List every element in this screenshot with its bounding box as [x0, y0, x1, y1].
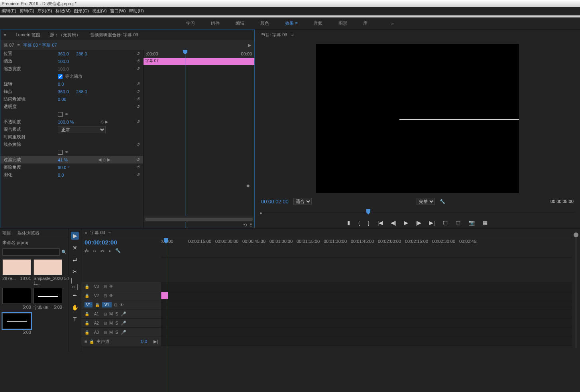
lift-icon[interactable]: ⬚: [443, 220, 448, 226]
current-time[interactable]: 00:00:02:00: [261, 199, 289, 205]
workspace-tab[interactable]: 音频: [314, 20, 322, 26]
mute-icon[interactable]: M: [109, 311, 113, 316]
keyframe-nav[interactable]: ◇ ▶: [100, 119, 108, 124]
panel-tab[interactable]: 音频剪辑混合器: 字幕 03: [90, 32, 138, 38]
sync-icon[interactable]: ⊟: [104, 330, 107, 335]
workspace-tab[interactable]: 组件: [211, 20, 220, 26]
step-fwd-icon[interactable]: |▶: [416, 220, 421, 226]
marker-icon[interactable]: ▮: [347, 220, 350, 226]
mask-icon[interactable]: [58, 150, 63, 155]
track-target[interactable]: V1: [85, 302, 92, 307]
track-body[interactable]: [161, 319, 572, 327]
reset-icon[interactable]: ↺: [136, 157, 140, 162]
menu-item[interactable]: 帮助(H): [129, 8, 144, 14]
track-body[interactable]: [161, 309, 572, 318]
workspace-tab[interactable]: 编辑: [236, 20, 244, 26]
reset-icon[interactable]: ↺: [136, 142, 140, 147]
marker-icon[interactable]: ⬥: [108, 248, 111, 253]
lock-icon[interactable]: 🔒: [85, 312, 89, 316]
reset-icon[interactable]: ↺: [136, 119, 140, 124]
effect-timeline[interactable]: :00:00 00:00 字幕 07 ◆ ⟲ ⇪: [143, 50, 254, 228]
workspace-tab[interactable]: 学习: [186, 20, 195, 26]
magnet-icon[interactable]: ∩: [93, 248, 96, 253]
track-name[interactable]: V1: [102, 302, 112, 307]
settings-icon[interactable]: 🔧: [440, 199, 445, 204]
icon[interactable]: ⟲: [243, 223, 247, 228]
menu-item[interactable]: 标记(M): [55, 8, 71, 14]
checkbox[interactable]: [58, 74, 63, 79]
export-frame-icon[interactable]: 📷: [468, 220, 475, 226]
snap-icon[interactable]: ⁂: [85, 248, 89, 253]
eye-icon[interactable]: 👁: [109, 284, 113, 289]
scrub-playhead[interactable]: [366, 209, 370, 215]
mini-ruler[interactable]: :00:00 00:00: [144, 50, 254, 58]
goto-icon[interactable]: ▶|: [153, 339, 158, 344]
keyframe-nav[interactable]: ◀ ◇ ▶: [98, 157, 110, 162]
close-icon[interactable]: ×: [85, 230, 87, 235]
prop-value[interactable]: 360.0: [58, 89, 74, 94]
mute-icon[interactable]: M: [109, 330, 113, 335]
play-icon[interactable]: ▶: [248, 43, 251, 48]
panel-menu-icon[interactable]: ≡: [291, 32, 293, 37]
solo-icon[interactable]: S: [115, 321, 118, 325]
play-icon[interactable]: ▶: [404, 220, 408, 226]
extract-icon[interactable]: ⬚: [456, 220, 460, 226]
prop-value[interactable]: 41 %: [58, 158, 74, 162]
icon[interactable]: ⇪: [249, 223, 253, 228]
lock-icon[interactable]: 🔒: [85, 294, 89, 298]
prop-value[interactable]: 288.0: [76, 51, 87, 56]
timeline-playhead[interactable]: [166, 238, 166, 392]
reset-icon[interactable]: ↺: [136, 172, 140, 177]
hand-tool-icon[interactable]: ✋: [71, 303, 79, 311]
ripple-tool-icon[interactable]: ⇄: [71, 256, 79, 264]
mute-icon[interactable]: M: [109, 321, 113, 325]
out-icon[interactable]: }: [368, 220, 370, 226]
panel-tab[interactable]: Lumetri 范围: [16, 32, 40, 38]
track-name[interactable]: A3: [92, 330, 101, 335]
timeline-time[interactable]: 00:00:02:00: [85, 239, 158, 246]
panel-menu-icon[interactable]: ≡: [17, 43, 20, 47]
reset-icon[interactable]: ↺: [136, 51, 140, 56]
pen-icon[interactable]: ✒: [65, 112, 69, 117]
sequence-tab[interactable]: 字幕 03: [90, 230, 105, 236]
lock-icon[interactable]: 🔒: [89, 339, 94, 344]
tab-project[interactable]: 项目: [2, 230, 11, 236]
zoom-select[interactable]: 适合: [293, 198, 312, 205]
lock-icon[interactable]: 🔒: [85, 321, 89, 325]
sync-icon[interactable]: ⊟: [104, 294, 107, 298]
prop-value[interactable]: 100.0: [58, 59, 74, 64]
eye-icon[interactable]: 👁: [109, 294, 113, 298]
sync-icon[interactable]: ⊟: [104, 321, 107, 325]
menu-item[interactable]: 剪辑(C): [20, 8, 34, 14]
track-body[interactable]: [161, 300, 572, 309]
pen-tool-icon[interactable]: ✒: [71, 292, 79, 299]
razor-tool-icon[interactable]: ✂: [71, 268, 79, 276]
workspace-tab[interactable]: 图形: [338, 20, 347, 26]
reset-icon[interactable]: ↺: [136, 89, 140, 94]
selection-tool-icon[interactable]: ▶: [71, 232, 79, 240]
timeline-clip[interactable]: 字幕 07: [144, 58, 254, 65]
prop-value[interactable]: 0.0: [58, 82, 74, 87]
sync-icon[interactable]: ⊟: [104, 312, 107, 316]
search-input[interactable]: [2, 248, 60, 256]
reset-icon[interactable]: ↺: [136, 165, 140, 170]
timeline-ruler[interactable]: :00:0000:00:15:0000:00:30:0000:00:45:000…: [161, 237, 572, 258]
bin-item[interactable]: 字幕 065:00: [33, 288, 62, 311]
clip-path[interactable]: 字幕 03 * 字幕 07: [23, 42, 57, 48]
link-icon[interactable]: ⫘: [100, 248, 104, 253]
track-body[interactable]: [161, 282, 572, 291]
mask-icon[interactable]: [58, 112, 63, 117]
slip-tool-icon[interactable]: |↔|: [71, 280, 79, 288]
pen-icon[interactable]: ✒: [65, 150, 69, 155]
bin-item[interactable]: 5:00: [2, 288, 31, 311]
workspace-tab[interactable]: 库: [363, 20, 368, 26]
lock-icon[interactable]: 🔒: [85, 284, 89, 289]
in-icon[interactable]: {: [358, 220, 360, 226]
more-icon[interactable]: »: [391, 21, 394, 26]
lock-icon[interactable]: 🔒: [95, 303, 100, 307]
reset-icon[interactable]: ↺: [136, 97, 140, 102]
menu-item[interactable]: 序列(S): [37, 8, 52, 14]
h-scrollbar[interactable]: [144, 217, 254, 222]
reset-icon[interactable]: ↺: [136, 81, 140, 87]
track-name[interactable]: A2: [92, 321, 101, 326]
